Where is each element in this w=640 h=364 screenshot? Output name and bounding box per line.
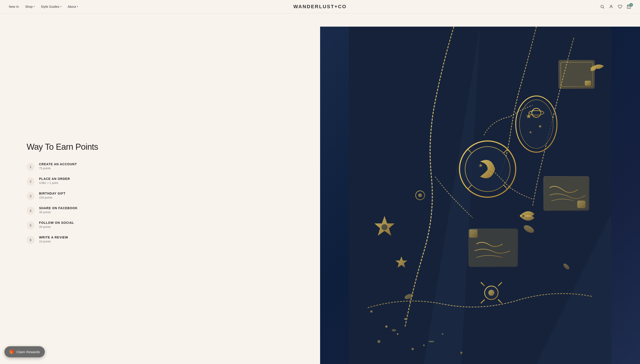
earn-details-2: PLACE AN ORDER US$1 = 1 point <box>39 177 70 184</box>
nav-item-newin[interactable]: New In <box>9 5 19 8</box>
earn-points-6: 10 points <box>39 240 68 243</box>
earn-name-6: WRITE A REVIEW <box>39 236 68 239</box>
site-header: New In Shop ▾ Style Guides ▾ About ▾ WAN… <box>0 0 640 13</box>
svg-text:★: ★ <box>489 172 493 176</box>
nav-item-about[interactable]: About ▾ <box>68 5 78 8</box>
chevron-down-icon: ▾ <box>34 5 34 8</box>
earn-points-4: 30 points <box>39 210 78 214</box>
svg-point-12 <box>423 344 424 346</box>
chevron-down-icon-3: ▾ <box>77 5 78 8</box>
earn-details-3: BIRTHDAY GIFT 150 points <box>39 192 66 199</box>
main-content: Way To Earn Points 1 CREATE AN ACCOUNT 7… <box>0 13 640 364</box>
account-button[interactable] <box>609 4 614 9</box>
nav-label-about: About <box>68 5 76 8</box>
svg-point-8 <box>397 333 398 335</box>
earn-details-6: WRITE A REVIEW 10 points <box>39 236 68 243</box>
svg-point-10 <box>404 318 406 320</box>
search-icon <box>600 4 604 9</box>
earn-number-6: 6 <box>26 236 34 244</box>
svg-point-64 <box>520 214 523 218</box>
svg-rect-42 <box>585 81 590 86</box>
nav-left: New In Shop ▾ Style Guides ▾ About ▾ <box>9 5 78 8</box>
jewelry-image: ★ ★ ★ ★ ★ <box>320 26 640 364</box>
svg-point-0 <box>601 5 604 8</box>
nav-label-newin: New In <box>9 5 19 8</box>
nav-label-shop: Shop <box>25 5 32 8</box>
svg-rect-44 <box>578 201 585 208</box>
chevron-down-icon-2: ▾ <box>60 5 62 8</box>
svg-point-62 <box>381 224 387 230</box>
nav-item-shop[interactable]: Shop ▾ <box>25 5 34 8</box>
svg-point-66 <box>418 194 422 197</box>
account-icon <box>609 4 614 9</box>
list-item: 3 BIRTHDAY GIFT 150 points <box>26 192 302 200</box>
svg-rect-46 <box>470 230 477 237</box>
left-panel: Way To Earn Points 1 CREATE AN ACCOUNT 7… <box>0 26 320 364</box>
heart-icon <box>618 4 622 9</box>
svg-point-15 <box>460 352 462 354</box>
svg-point-31 <box>519 100 553 148</box>
nav-item-style-guides[interactable]: Style Guides ▾ <box>41 5 62 8</box>
svg-point-17 <box>428 341 434 342</box>
list-item: 2 PLACE AN ORDER US$1 = 1 point <box>26 177 302 186</box>
cart-button[interactable]: 0 <box>627 4 631 9</box>
jewelry-illustration: ★ ★ ★ ★ ★ <box>320 26 640 364</box>
earn-points-3: 150 points <box>39 196 66 199</box>
earn-number-1: 1 <box>26 163 34 171</box>
earn-number-2: 2 <box>26 178 34 186</box>
right-panel: ★ ★ ★ ★ ★ <box>320 26 640 364</box>
claim-rewards-label: Claim Rewards <box>16 350 40 354</box>
svg-text:★: ★ <box>478 162 483 168</box>
earn-number-3: 3 <box>26 192 34 200</box>
earn-number-5: 5 <box>26 221 34 229</box>
svg-point-16 <box>392 329 396 332</box>
list-item: 1 CREATE AN ACCOUNT 75 points <box>26 162 302 171</box>
nav-right: 0 <box>600 4 631 9</box>
svg-point-2 <box>610 5 612 7</box>
list-item: 4 SHARE ON FACEBOOK 30 points <box>26 206 302 215</box>
earn-points-5: 30 points <box>39 225 74 228</box>
wishlist-button[interactable] <box>618 4 622 9</box>
earn-name-2: PLACE AN ORDER <box>39 177 70 180</box>
gift-icon: 🎁 <box>9 349 14 354</box>
nav-label-style-guides: Style Guides <box>41 5 60 8</box>
earn-points-1: 75 points <box>39 166 77 170</box>
svg-point-11 <box>370 310 372 312</box>
section-title: Way To Earn Points <box>26 142 302 152</box>
claim-rewards-button[interactable]: 🎁 Claim Rewards <box>4 346 45 357</box>
earn-points-2: US$1 = 1 point <box>39 181 70 184</box>
svg-text:★: ★ <box>529 130 532 134</box>
list-item: 5 FOLLOW ON SOCIAL 30 points <box>26 221 302 229</box>
earn-name-4: SHARE ON FACEBOOK <box>39 206 78 210</box>
earn-name-3: BIRTHDAY GIFT <box>39 192 66 195</box>
svg-point-14 <box>442 333 443 335</box>
list-item: 6 WRITE A REVIEW 10 points <box>26 236 302 244</box>
earn-name-5: FOLLOW ON SOCIAL <box>39 221 74 224</box>
site-logo[interactable]: WANDERLUST+CO <box>293 4 346 10</box>
earn-details-1: CREATE AN ACCOUNT 75 points <box>39 162 77 170</box>
earn-details-4: SHARE ON FACEBOOK 30 points <box>39 206 78 214</box>
svg-point-13 <box>411 348 414 350</box>
cart-badge: 0 <box>629 3 633 7</box>
earn-details-5: FOLLOW ON SOCIAL 30 points <box>39 221 74 228</box>
svg-point-48 <box>488 290 494 296</box>
svg-line-1 <box>603 7 604 8</box>
search-button[interactable] <box>600 4 604 9</box>
earn-name-1: CREATE AN ACCOUNT <box>39 162 77 166</box>
earn-list: 1 CREATE AN ACCOUNT 75 points 2 PLACE AN… <box>26 162 302 244</box>
svg-point-7 <box>385 326 387 328</box>
svg-point-9 <box>377 340 380 343</box>
svg-text:★: ★ <box>538 124 542 129</box>
earn-number-4: 4 <box>26 207 34 215</box>
